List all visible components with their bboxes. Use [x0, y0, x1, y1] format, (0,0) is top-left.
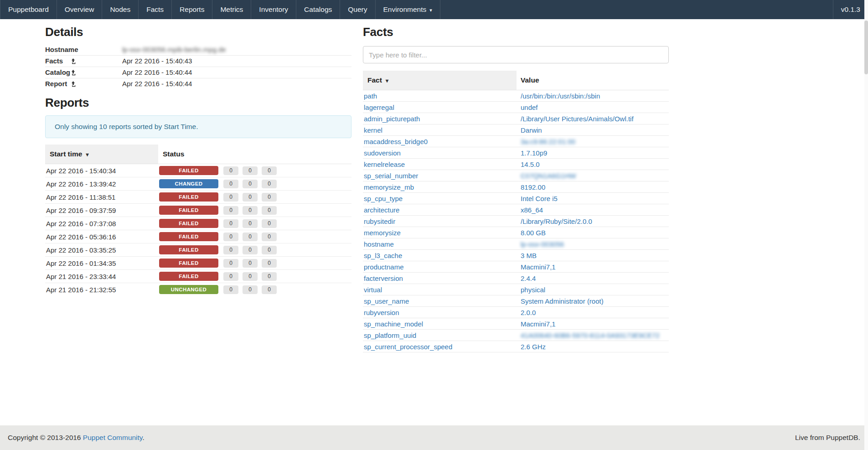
report-status-cell: CHANGED000 [158, 177, 351, 191]
navbar-brand[interactable]: Puppetboard [0, 0, 57, 19]
fact-value-link[interactable]: Darwin [521, 126, 542, 134]
details-title: Details [45, 25, 351, 39]
count-badge: 0 [262, 193, 277, 202]
column-header-status[interactable]: Status [158, 145, 351, 164]
fact-name-link[interactable]: rubysitedir [364, 217, 395, 225]
fact-name-link[interactable]: kernel [364, 126, 382, 134]
fact-row: kernelDarwin [363, 124, 669, 136]
fact-name-cell: admin_picturepath [363, 113, 517, 124]
nav-item-overview[interactable]: Overview [57, 0, 102, 19]
fact-value-link[interactable]: 3 MB [521, 252, 537, 259]
facts-title: Facts [363, 25, 669, 39]
fact-value-link[interactable]: 41A00640-60B6-5970-8114-0A93173E9CE72 [521, 331, 660, 339]
fact-name-link[interactable]: sp_current_processor_speed [364, 343, 452, 351]
report-start-time: Apr 22 2016 - 15:40:34 [45, 164, 158, 177]
fact-value-link[interactable]: C07QN1A6G1HW [521, 172, 576, 180]
nav-item-environments[interactable]: Environments ▾ [375, 0, 440, 19]
report-status-cell: FAILED000 [158, 230, 351, 243]
fact-value-link[interactable]: Intel Core i5 [521, 195, 558, 202]
count-badge: 0 [223, 219, 238, 228]
fact-name-link[interactable]: admin_picturepath [364, 115, 420, 123]
nav-item-catalogs[interactable]: Catalogs [296, 0, 340, 19]
nav-item-query[interactable]: Query [340, 0, 375, 19]
fact-row: path/usr/bin:/bin:/usr/sbin:/sbin [363, 90, 669, 102]
fact-name-link[interactable]: sudoversion [364, 149, 401, 157]
count-badge: 0 [223, 206, 238, 215]
fact-value-link[interactable]: x86_64 [521, 206, 543, 214]
scrollbar-thumb[interactable] [864, 21, 868, 74]
puppet-community-link[interactable]: Puppet Community [83, 434, 143, 441]
scrollbar[interactable] [864, 0, 868, 450]
fact-value-link[interactable]: physical [521, 286, 545, 294]
fact-name-link[interactable]: macaddress_bridge0 [364, 138, 428, 145]
fact-value-link[interactable]: /Library/User Pictures/Animals/Owl.tif [521, 115, 634, 123]
copyright-period: . [142, 434, 144, 441]
status-badge: FAILED [159, 259, 218, 268]
column-header-start-time[interactable]: Start time▾ [45, 145, 158, 164]
fact-value-link[interactable]: 2.4.4 [521, 274, 536, 282]
fact-row: rubyversion2.0.0 [363, 307, 669, 318]
fact-value-link[interactable]: undef [521, 103, 538, 111]
fact-name-link[interactable]: virtual [364, 286, 382, 294]
fact-value-link[interactable]: 2.6 GHz [521, 343, 546, 351]
fact-value-link[interactable]: System Administrator (root) [521, 297, 604, 305]
nav-item-nodes[interactable]: Nodes [102, 0, 138, 19]
fact-name-cell: sp_machine_model [363, 318, 517, 330]
fact-name-link[interactable]: sp_machine_model [364, 320, 423, 328]
reports-title: Reports [45, 96, 351, 110]
fact-row: hostnamelp-osx-003056 [363, 238, 669, 250]
fact-name-link[interactable]: path [364, 92, 377, 100]
column-header-value[interactable]: Value [517, 71, 669, 90]
fact-name-cell: path [363, 90, 517, 102]
fact-value-link[interactable]: lp-osx-003056 [521, 240, 564, 248]
start-time-header-label: Start time [50, 150, 83, 158]
detail-row-report: Report Apr 22 2016 - 15:40:44 [45, 78, 351, 89]
fact-name-link[interactable]: kernelrelease [364, 160, 405, 168]
fact-value-link[interactable]: 14.5.0 [521, 160, 540, 168]
fact-value-link[interactable]: 8.00 GB [521, 229, 546, 237]
fact-value-cell: /usr/bin:/bin:/usr/sbin:/sbin [517, 90, 669, 102]
fact-value-link[interactable]: Macmini7,1 [521, 320, 556, 328]
fact-name-link[interactable]: architecture [364, 206, 399, 214]
count-badge: 0 [262, 206, 277, 215]
nav-item-reports[interactable]: Reports [171, 0, 212, 19]
fact-value-link[interactable]: /Library/Ruby/Site/2.0.0 [521, 217, 592, 225]
nav-item-metrics[interactable]: Metrics [212, 0, 251, 19]
fact-value-link[interactable]: Macmini7,1 [521, 263, 556, 271]
fact-name-link[interactable]: memorysize_mb [364, 183, 414, 191]
count-badge: 0 [262, 166, 277, 175]
fact-value-cell: Darwin [517, 124, 669, 136]
fact-value-link[interactable]: /usr/bin:/bin:/usr/sbin:/sbin [521, 92, 600, 100]
nav-item-facts[interactable]: Facts [138, 0, 171, 19]
upload-icon [70, 81, 76, 87]
fact-name-link[interactable]: memorysize [364, 229, 401, 237]
fact-name-link[interactable]: sp_serial_number [364, 172, 418, 180]
facts-table: Fact▾ Value path/usr/bin:/bin:/usr/sbin:… [363, 71, 669, 352]
nav-item-inventory[interactable]: Inventory [251, 0, 296, 19]
fact-name-link[interactable]: lagerregal [364, 103, 394, 111]
fact-name-cell: sp_cpu_type [363, 193, 517, 204]
copyright-text: Copyright © 2013-2016 [8, 434, 83, 441]
report-status-cell: FAILED000 [158, 204, 351, 217]
count-badge: 0 [223, 246, 238, 254]
fact-value-link[interactable]: 2.0.0 [521, 309, 536, 316]
status-badge: FAILED [159, 232, 218, 241]
fact-name-link[interactable]: sp_cpu_type [364, 195, 403, 202]
column-header-fact[interactable]: Fact▾ [363, 71, 517, 90]
report-row: Apr 22 2016 - 01:34:35FAILED000 [45, 257, 351, 270]
fact-value-link[interactable]: 3a:c9:86:22:01:00 [521, 138, 575, 145]
fact-name-link[interactable]: facterversion [364, 274, 403, 282]
count-badge: 0 [243, 193, 258, 202]
report-start-time: Apr 21 2016 - 21:32:55 [45, 283, 158, 296]
fact-value-link[interactable]: 1.7.10p9 [521, 149, 547, 157]
fact-name-link[interactable]: sp_l3_cache [364, 252, 402, 259]
fact-name-cell: sp_serial_number [363, 170, 517, 181]
fact-name-link[interactable]: sp_user_name [364, 297, 409, 305]
fact-name-link[interactable]: rubyversion [364, 309, 399, 316]
fact-name-link[interactable]: productname [364, 263, 404, 271]
filter-input[interactable] [363, 46, 669, 63]
fact-value-link[interactable]: 8192.00 [521, 183, 545, 191]
fact-name-link[interactable]: hostname [364, 240, 394, 248]
status-badge: FAILED [159, 166, 218, 175]
fact-name-link[interactable]: sp_platform_uuid [364, 331, 416, 339]
